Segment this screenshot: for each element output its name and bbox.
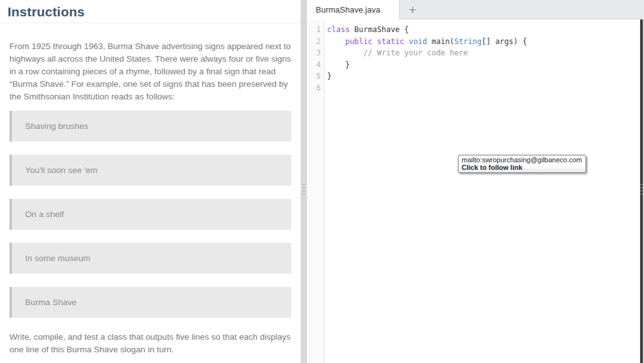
code-segment (327, 37, 345, 46)
line-number: 2 (307, 36, 324, 48)
right-panel-collapsed (640, 0, 644, 363)
code-segment: void (409, 37, 427, 46)
app-window: Instructions From 1925 through 1963, Bur… (0, 0, 644, 363)
code-segment (404, 37, 409, 46)
code-segment (372, 37, 377, 46)
panel-resize-handle[interactable] (301, 0, 307, 363)
code-segment: class (327, 25, 350, 34)
task-paragraph: Write, compile, and test a class that ou… (9, 331, 291, 356)
code-segment: main( (427, 37, 454, 46)
code-editor-panel: BurmaShave.java + 123456 class BurmaShav… (307, 0, 640, 363)
page-title: Instructions (0, 0, 301, 23)
sign-text: Burma Shave (25, 298, 77, 307)
code-segment: public (345, 37, 372, 46)
tab-burmashave-java[interactable]: BurmaShave.java (307, 0, 400, 20)
line-number: 3 (307, 47, 324, 59)
tooltip-hint: Click to follow link (462, 164, 582, 171)
sign-box-4: In some museum (9, 243, 291, 274)
link-tooltip: mailto:swropurchasing@gilbaneco.com Clic… (458, 155, 586, 173)
code-area[interactable]: class BurmaShave { public static void ma… (325, 20, 640, 363)
editor-tab-bar: BurmaShave.java + (307, 0, 640, 20)
line-number: 1 (307, 24, 324, 36)
sign-box-5: Burma Shave (9, 287, 291, 318)
code-segment: static (377, 37, 404, 46)
sign-box-2: You'll soon see 'em (9, 155, 291, 186)
line-number: 6 (307, 82, 324, 94)
code-line-5[interactable]: } (325, 70, 640, 82)
code-line-3[interactable]: // Write your code here (325, 47, 640, 59)
line-number: 4 (307, 59, 324, 71)
code-line-2[interactable]: public static void main(String[] args) { (325, 36, 640, 48)
add-tab-button[interactable]: + (400, 0, 425, 19)
code-segment: String (454, 37, 481, 46)
sign-box-3: On a shelf (9, 199, 291, 230)
line-number-gutter: 123456 (307, 20, 325, 363)
code-segment: BurmaShave { (350, 25, 409, 34)
code-segment (327, 48, 364, 57)
right-panel-resize-handle[interactable] (640, 20, 644, 363)
code-editor[interactable]: 123456 class BurmaShave { public static … (307, 20, 640, 363)
sign-text: On a shelf (25, 209, 64, 219)
sign-box-1: Shaving brushes (9, 111, 291, 142)
code-line-4[interactable]: } (325, 59, 640, 71)
instructions-panel: Instructions From 1925 through 1963, Bur… (0, 0, 301, 363)
sign-text: You'll soon see 'em (25, 165, 97, 175)
sign-text: Shaving brushes (25, 121, 89, 131)
instructions-body: From 1925 through 1963, Burma Shave adve… (0, 23, 301, 356)
sign-text: In some museum (25, 254, 91, 263)
resize-grip-icon (303, 184, 305, 196)
right-strip-header (640, 0, 644, 20)
tooltip-url: mailto:swropurchasing@gilbaneco.com (462, 156, 582, 164)
resize-grip-icon (640, 184, 643, 194)
code-line-1[interactable]: class BurmaShave { (325, 24, 640, 36)
code-segment: // Write your code here (364, 48, 468, 57)
code-segment: [] args) { (482, 37, 527, 46)
tab-label: BurmaShave.java (316, 5, 380, 14)
code-line-6[interactable] (325, 82, 640, 94)
line-number: 5 (307, 70, 324, 82)
code-segment: } (327, 72, 331, 81)
intro-paragraph: From 1925 through 1963, Burma Shave adve… (9, 40, 291, 103)
code-segment: } (327, 60, 350, 69)
